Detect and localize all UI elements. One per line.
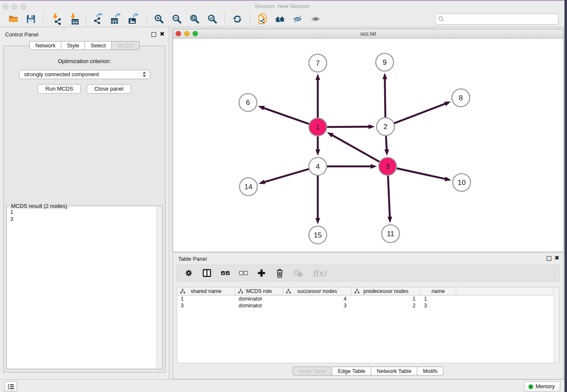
table-cell[interactable]: 3 bbox=[421, 302, 456, 309]
refresh-button[interactable] bbox=[230, 12, 245, 26]
column-header-name[interactable]: name bbox=[421, 287, 456, 295]
toolbar-separator bbox=[225, 12, 225, 26]
graph-edge-4-14[interactable] bbox=[259, 168, 311, 184]
graph-edge-2-9[interactable] bbox=[383, 73, 387, 119]
zoom-in-button[interactable] bbox=[152, 12, 166, 26]
graph-edge-3-10[interactable] bbox=[395, 168, 451, 181]
export-table-button[interactable] bbox=[109, 12, 124, 26]
table-cell[interactable]: dominator bbox=[235, 295, 283, 302]
tab-select[interactable]: Select bbox=[85, 41, 112, 50]
show-all-button[interactable] bbox=[273, 12, 287, 26]
float-table-panel-icon[interactable] bbox=[547, 256, 551, 261]
show-column-icon[interactable] bbox=[202, 268, 212, 279]
select-stepper-icon bbox=[143, 72, 146, 77]
column-header-shared-name[interactable]: shared name bbox=[177, 287, 235, 295]
import-network-button[interactable] bbox=[49, 12, 63, 26]
network-graph[interactable]: 7968124314101511 bbox=[173, 39, 563, 251]
run-mcds-button[interactable]: Run MCDS bbox=[38, 84, 81, 94]
float-panel-icon[interactable] bbox=[151, 32, 156, 37]
graph-node-3[interactable]: 3 bbox=[379, 157, 396, 175]
memory-status-icon bbox=[528, 384, 533, 389]
graph-edge-1-6[interactable] bbox=[258, 106, 311, 124]
svg-text:9: 9 bbox=[383, 58, 386, 66]
tab-edge-table[interactable]: Edge Table bbox=[332, 367, 371, 375]
tab-motifs[interactable]: Motifs bbox=[417, 367, 443, 375]
save-session-button[interactable] bbox=[24, 12, 38, 26]
open-session-button[interactable] bbox=[6, 12, 20, 26]
task-history-button[interactable] bbox=[4, 381, 17, 392]
table-cell[interactable]: dominator bbox=[235, 302, 283, 309]
network-window-titlebar[interactable]: ✕ – + scc.txt bbox=[173, 29, 563, 39]
table-row[interactable]: 3dominator323 bbox=[177, 302, 559, 309]
add-column-icon[interactable] bbox=[256, 268, 267, 279]
table-row[interactable]: 1dominator411 bbox=[177, 295, 559, 302]
show-hidden-button[interactable] bbox=[308, 12, 323, 26]
graph-edge-3-11[interactable] bbox=[388, 174, 392, 223]
close-panel-button[interactable]: Close panel bbox=[87, 84, 131, 94]
table-cell[interactable]: 3 bbox=[283, 302, 352, 309]
close-table-panel-icon[interactable]: ✖ bbox=[554, 254, 559, 261]
export-table-icon bbox=[110, 13, 122, 25]
graph-node-6[interactable]: 6 bbox=[239, 94, 257, 111]
export-image-button[interactable] bbox=[127, 12, 141, 26]
graph-edge-3-1[interactable] bbox=[327, 132, 381, 163]
tab-network[interactable]: Network bbox=[29, 41, 61, 50]
graph-node-4[interactable]: 4 bbox=[309, 157, 327, 175]
optimization-criterion-select[interactable]: strongly connected component bbox=[19, 70, 150, 79]
deselect-all-checkboxes-icon[interactable] bbox=[238, 268, 248, 279]
tab-node-table[interactable]: Node Table bbox=[293, 367, 333, 375]
result-scrollbar[interactable] bbox=[156, 207, 162, 368]
table-cell[interactable]: 2 bbox=[352, 302, 421, 309]
control-panel-tabs: Network Style Select MCDS bbox=[0, 41, 169, 50]
export-network-button[interactable] bbox=[91, 12, 106, 26]
graph-edge-2-8[interactable] bbox=[393, 102, 451, 124]
column-header-predecessor-nodes[interactable]: predecessor nodes bbox=[352, 287, 421, 295]
graph-edge-1-2[interactable] bbox=[325, 124, 375, 129]
tab-style[interactable]: Style bbox=[61, 41, 85, 50]
graph-node-15[interactable]: 15 bbox=[309, 226, 327, 244]
table-cell[interactable]: 1 bbox=[352, 295, 421, 302]
hide-selected-button[interactable] bbox=[291, 12, 305, 26]
graph-node-7[interactable]: 7 bbox=[309, 54, 327, 72]
import-table-button[interactable] bbox=[66, 12, 81, 26]
graph-node-1[interactable]: 1 bbox=[309, 118, 327, 136]
graph-node-14[interactable]: 14 bbox=[239, 178, 257, 196]
table-cell[interactable]: 4 bbox=[283, 295, 352, 302]
clone-network-button[interactable] bbox=[255, 12, 270, 26]
close-panel-icon[interactable]: ✖ bbox=[160, 30, 165, 37]
column-header-successor-nodes[interactable]: successor nodes bbox=[283, 287, 352, 295]
column-header-MCDS-role[interactable]: MCDS role bbox=[235, 287, 283, 295]
select-all-checkboxes-icon[interactable] bbox=[220, 268, 230, 279]
table-cell[interactable]: 1 bbox=[177, 295, 235, 302]
table-cell[interactable]: 3 bbox=[177, 302, 235, 309]
graph-edge-1-4[interactable] bbox=[316, 135, 320, 156]
search-input[interactable] bbox=[446, 15, 558, 23]
apply-function-icon[interactable]: f(x) bbox=[311, 268, 328, 279]
graph-node-2[interactable]: 2 bbox=[377, 118, 394, 135]
column-header-label: shared name bbox=[191, 288, 222, 294]
zoom-fit-button[interactable] bbox=[187, 12, 202, 26]
tab-mcds[interactable]: MCDS bbox=[112, 41, 139, 50]
graph-edge-1-7[interactable] bbox=[316, 74, 320, 119]
graph-node-10[interactable]: 10 bbox=[453, 174, 471, 191]
graph-node-8[interactable]: 8 bbox=[452, 89, 470, 107]
graph-edge-2-3[interactable] bbox=[384, 134, 389, 156]
node-table-header: shared nameMCDS rolesuccessor nodesprede… bbox=[177, 287, 559, 295]
settings-gear-icon[interactable] bbox=[184, 268, 194, 279]
tab-network-table[interactable]: Network Table bbox=[371, 367, 417, 375]
memory-button[interactable]: Memory bbox=[524, 381, 560, 392]
graph-edge-4-15[interactable] bbox=[316, 174, 320, 224]
mcds-result-list[interactable]: 13 bbox=[7, 207, 156, 368]
list-icon bbox=[7, 384, 14, 390]
delete-column-icon[interactable] bbox=[275, 268, 285, 279]
zoom-selected-button[interactable] bbox=[205, 12, 220, 26]
export-image-icon bbox=[128, 13, 140, 25]
table-cell[interactable]: 1 bbox=[421, 295, 456, 302]
graph-node-11[interactable]: 11 bbox=[382, 225, 399, 243]
graph-edge-4-3[interactable] bbox=[325, 164, 377, 169]
svg-text:10: 10 bbox=[458, 179, 466, 187]
zoom-out-button[interactable] bbox=[170, 12, 184, 26]
table-scrollbar[interactable] bbox=[553, 287, 559, 363]
delete-table-icon[interactable] bbox=[293, 268, 303, 279]
graph-node-9[interactable]: 9 bbox=[376, 53, 394, 71]
